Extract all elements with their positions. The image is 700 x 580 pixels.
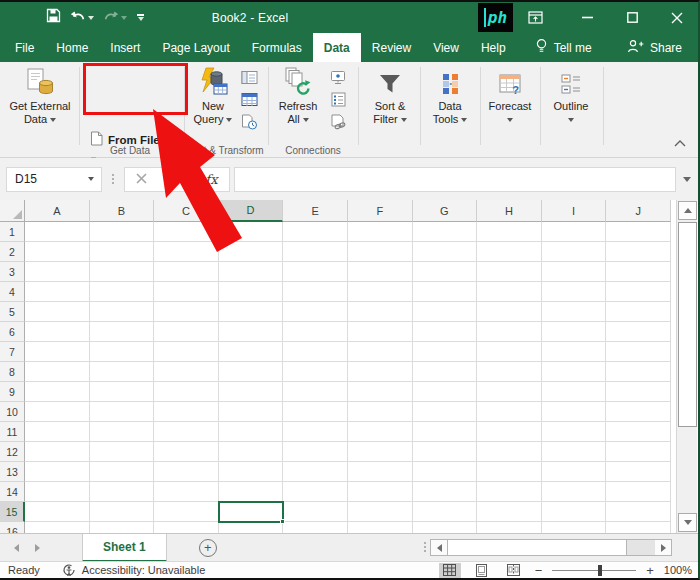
row-header-2[interactable]: 2 (0, 242, 25, 262)
vertical-scroll-thumb[interactable] (678, 222, 697, 427)
zoom-slider[interactable] (552, 565, 636, 576)
cell-J13[interactable] (606, 462, 671, 482)
cell-E2[interactable] (283, 242, 348, 262)
cell-I6[interactable] (542, 322, 607, 342)
cell-B2[interactable] (90, 242, 155, 262)
cell-H7[interactable] (477, 342, 542, 362)
cell-B1[interactable] (90, 222, 155, 242)
cell-G1[interactable] (413, 222, 478, 242)
cell-D13[interactable] (219, 462, 284, 482)
get-external-data-button[interactable]: Get External Data (4, 65, 76, 126)
row-header-1[interactable]: 1 (0, 222, 25, 242)
column-header-B[interactable]: B (90, 200, 155, 222)
cell-A12[interactable] (25, 442, 90, 462)
undo-button[interactable] (70, 11, 94, 24)
column-header-E[interactable]: E (283, 200, 348, 222)
undo-dropdown-icon[interactable] (88, 16, 94, 20)
cell-B4[interactable] (90, 282, 155, 302)
cell-C3[interactable] (154, 262, 219, 282)
scroll-left-icon[interactable] (431, 540, 447, 555)
cell-B10[interactable] (90, 402, 155, 422)
column-header-G[interactable]: G (413, 200, 478, 222)
cell-I5[interactable] (542, 302, 607, 322)
cell-F9[interactable] (348, 382, 413, 402)
cell-E11[interactable] (283, 422, 348, 442)
cell-F6[interactable] (348, 322, 413, 342)
connections-icon[interactable] (330, 70, 347, 87)
cell-E6[interactable] (283, 322, 348, 342)
name-box[interactable]: D15 (6, 167, 102, 192)
column-header-J[interactable]: J (606, 200, 671, 222)
select-all-corner[interactable] (0, 200, 25, 222)
row-header-12[interactable]: 12 (0, 442, 25, 462)
cell-D8[interactable] (219, 362, 284, 382)
cell-G11[interactable] (413, 422, 478, 442)
cell-A14[interactable] (25, 482, 90, 502)
cell-I15[interactable] (542, 502, 607, 522)
cell-D1[interactable] (219, 222, 284, 242)
cell-A3[interactable] (25, 262, 90, 282)
row-header-15[interactable]: 15 (0, 502, 25, 522)
cell-G3[interactable] (413, 262, 478, 282)
horizontal-scrollbar[interactable] (430, 539, 672, 556)
cell-J4[interactable] (606, 282, 671, 302)
cell-A16[interactable] (25, 522, 90, 533)
tab-file[interactable]: File (4, 33, 45, 62)
cell-J11[interactable] (606, 422, 671, 442)
refresh-all-button[interactable]: Refresh All (272, 65, 324, 126)
cell-C11[interactable] (154, 422, 219, 442)
cell-A2[interactable] (25, 242, 90, 262)
data-tools-button[interactable]: Data Tools (422, 65, 478, 126)
tab-bar-resize-handle[interactable] (424, 542, 426, 552)
cell-B6[interactable] (90, 322, 155, 342)
cell-B12[interactable] (90, 442, 155, 462)
scroll-down-icon[interactable] (678, 513, 697, 532)
cell-J12[interactable] (606, 442, 671, 462)
cell-J10[interactable] (606, 402, 671, 422)
cell-I2[interactable] (542, 242, 607, 262)
cell-E10[interactable] (283, 402, 348, 422)
tab-page-layout[interactable]: Page Layout (151, 33, 240, 62)
column-header-C[interactable]: C (154, 200, 219, 222)
cell-I4[interactable] (542, 282, 607, 302)
new-sheet-button[interactable]: + (199, 539, 217, 557)
cell-A15[interactable] (25, 502, 90, 522)
cancel-icon[interactable] (136, 170, 147, 188)
cell-A1[interactable] (25, 222, 90, 242)
cell-D4[interactable] (219, 282, 284, 302)
cell-E5[interactable] (283, 302, 348, 322)
column-header-H[interactable]: H (477, 200, 542, 222)
sheet-tab[interactable]: Sheet 1 (82, 534, 167, 562)
cell-H10[interactable] (477, 402, 542, 422)
cell-H1[interactable] (477, 222, 542, 242)
cell-D9[interactable] (219, 382, 284, 402)
properties-icon[interactable] (330, 92, 347, 109)
cell-J2[interactable] (606, 242, 671, 262)
cell-C16[interactable] (154, 522, 219, 533)
redo-dropdown-icon[interactable] (121, 16, 127, 20)
cell-E15[interactable] (283, 502, 348, 522)
enter-check-icon[interactable] (170, 170, 182, 188)
cell-H3[interactable] (477, 262, 542, 282)
cell-H12[interactable] (477, 442, 542, 462)
cell-I11[interactable] (542, 422, 607, 442)
row-header-9[interactable]: 9 (0, 382, 25, 402)
cell-J15[interactable] (606, 502, 671, 522)
cell-A13[interactable] (25, 462, 90, 482)
cell-C6[interactable] (154, 322, 219, 342)
fill-handle[interactable] (280, 519, 285, 524)
cell-E7[interactable] (283, 342, 348, 362)
close-button[interactable] (662, 2, 692, 33)
cell-J14[interactable] (606, 482, 671, 502)
cell-J16[interactable] (606, 522, 671, 533)
cell-E1[interactable] (283, 222, 348, 242)
cell-G10[interactable] (413, 402, 478, 422)
collapse-ribbon-icon[interactable] (674, 137, 686, 149)
cell-G4[interactable] (413, 282, 478, 302)
cell-E14[interactable] (283, 482, 348, 502)
maximize-button[interactable] (617, 2, 647, 33)
zoom-slider-thumb[interactable] (598, 565, 602, 576)
cell-E16[interactable] (283, 522, 348, 533)
cell-H9[interactable] (477, 382, 542, 402)
cell-G6[interactable] (413, 322, 478, 342)
